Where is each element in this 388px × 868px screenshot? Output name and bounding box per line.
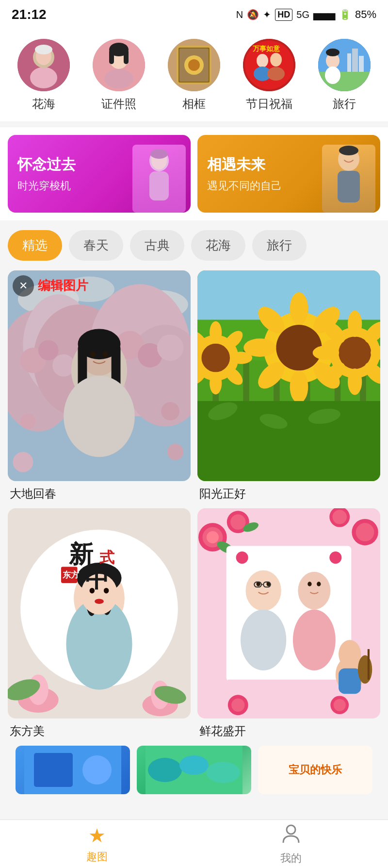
svg-point-147 [333,510,347,524]
avatar-label-5: 旅行 [333,96,356,112]
preview-item-2[interactable] [137,746,251,794]
svg-point-8 [104,69,133,88]
svg-rect-37 [149,171,169,200]
preview-item-3[interactable]: 宝贝的快乐 [258,746,372,794]
svg-point-5 [35,45,52,54]
nav-icon-qutu: ★ [88,824,106,847]
grid-image-2[interactable] [197,270,380,481]
svg-point-100 [243,338,276,357]
svg-point-184 [206,762,240,783]
grid-row-1: ✕ 编辑图片 大地回春 [8,270,380,501]
svg-text:中: 中 [85,565,109,592]
avatar-circle-3[interactable] [168,39,220,91]
battery-percent: 85% [355,8,376,21]
banner-section: 怀念过去 时光穿梭机 相遇未来 遇见不同的自己 [0,127,388,220]
svg-text:式: 式 [99,549,115,566]
svg-point-132 [95,599,104,603]
svg-point-183 [179,755,209,775]
svg-point-83 [201,344,230,372]
silent-icon: 🔕 [247,9,259,20]
avatar-item-lvxing[interactable]: 旅行 [309,39,380,112]
filter-tag-lvxing[interactable]: 旅行 [252,230,307,261]
preview-text-3: 宝贝的快乐 [285,759,346,781]
grid-item-dadahuichun[interactable]: ✕ 编辑图片 大地回春 [8,270,191,501]
svg-point-164 [307,582,311,586]
preview-item-1[interactable] [16,746,130,794]
edit-label: 编辑图片 [38,277,88,294]
svg-point-84 [210,321,222,344]
grid-item-xianhuashengkai[interactable]: 鲜花盛开 [197,508,380,739]
svg-rect-30 [359,56,364,72]
nav-item-wode[interactable]: 我的 [261,818,321,868]
svg-rect-12 [124,50,129,64]
banner-right[interactable]: 相遇未来 遇见不同的自己 [197,135,380,213]
filter-tag-jingxuan[interactable]: 精选 [8,230,62,261]
svg-point-172 [358,655,372,684]
avatar-item-zhengjianzhao[interactable]: 证件照 [83,39,154,112]
battery-icon: 🔋 [339,9,351,20]
svg-point-20 [257,54,268,67]
svg-point-170 [339,640,361,668]
filter-tag-huahai[interactable]: 花海 [191,230,245,261]
banner-left-figure [132,145,186,213]
svg-rect-11 [109,50,114,64]
grid-row-2: 新 中 式 东方 东方美 [8,508,380,739]
status-icons: N 🔕 ✦ HD 5G ▅▅▅ 🔋 85% [236,8,376,21]
nav-icon-wode [280,822,302,848]
svg-point-108 [348,368,362,395]
avatar-item-huahai[interactable]: 花海 [8,39,79,112]
grid-image-1[interactable]: ✕ 编辑图片 [8,270,191,481]
svg-point-93 [276,325,322,370]
svg-point-44 [339,146,358,155]
avatar-circle-1[interactable] [17,39,70,91]
svg-point-167 [329,551,341,564]
svg-text:万事如意: 万事如意 [252,45,280,52]
grid-section: ✕ 编辑图片 大地回春 [0,270,388,809]
avatar-circle-5[interactable] [318,39,371,91]
svg-rect-171 [339,668,361,693]
nav-item-qutu[interactable]: ★ 趣图 [67,820,127,868]
grid-label-1: 大地回春 [8,486,191,501]
avatar-label-4: 节日祝福 [246,96,292,112]
filter-tag-gudian[interactable]: 古典 [130,230,184,261]
svg-point-175 [231,698,244,711]
edit-overlay: ✕ 编辑图片 [8,270,191,481]
status-time: 21:12 [12,7,47,22]
svg-rect-28 [347,53,351,72]
grid-image-4[interactable] [197,508,380,719]
svg-point-143 [230,514,245,529]
banner-right-figure [322,145,375,213]
svg-point-21 [270,53,282,67]
svg-rect-29 [352,49,358,72]
filter-tag-chuntian[interactable]: 春天 [69,230,123,261]
avatar-item-jieriqingzhu[interactable]: 万事如意 节日祝福 [234,39,305,112]
bluetooth-icon: ✦ [263,9,271,20]
status-bar: 21:12 N 🔕 ✦ HD 5G ▅▅▅ 🔋 85% [0,0,388,27]
avatar-item-xiangkuang[interactable]: 相框 [158,39,229,112]
svg-point-94 [290,292,308,325]
svg-point-182 [148,758,182,782]
svg-point-163 [301,571,327,602]
edit-close-button[interactable]: ✕ [13,275,34,297]
svg-point-141 [207,531,219,543]
svg-point-39 [150,149,168,159]
svg-point-17 [188,59,200,71]
svg-point-185 [287,825,295,834]
avatar-circle-4[interactable]: 万事如意 [243,39,295,91]
grid-item-yangguang[interactable]: 阳光正好 [197,270,380,501]
svg-text:新: 新 [69,541,94,568]
avatar-circle-2[interactable] [93,39,145,91]
svg-point-23 [267,67,285,81]
grid-image-3[interactable]: 新 中 式 东方 [8,508,191,719]
filter-row: 精选 春天 古典 花海 旅行 [0,220,388,270]
avatar-label-2: 证件照 [101,96,136,112]
nav-label-qutu: 趣图 [86,850,108,864]
avatar-label-3: 相框 [182,96,206,112]
svg-point-34 [326,49,340,56]
svg-text:东方: 东方 [63,570,80,580]
svg-rect-42 [338,171,360,202]
banner-left[interactable]: 怀念过去 时光穿梭机 [8,135,191,213]
grid-item-dongfangmei[interactable]: 新 中 式 东方 东方美 [8,508,191,739]
svg-point-104 [348,311,362,337]
svg-point-156 [293,609,336,670]
